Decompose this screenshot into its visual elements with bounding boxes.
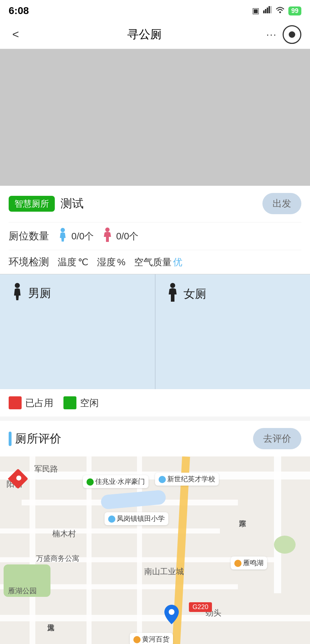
current-location-pin bbox=[11, 472, 25, 486]
temp-item: 温度 ℃ bbox=[58, 256, 88, 269]
poi-yellow-river: 黄河百货 bbox=[130, 633, 173, 644]
message-icon: ▣ bbox=[252, 6, 260, 15]
male-stall-count: 0/0个 bbox=[71, 230, 94, 243]
male-stall-group: 0/0个 bbox=[58, 228, 94, 244]
female-stall-count: 0/0个 bbox=[116, 230, 138, 243]
svg-rect-0 bbox=[263, 10, 265, 13]
free-label: 空闲 bbox=[80, 397, 99, 409]
bottom-map[interactable]: 阳槽 军民路 楠木村 万盛商务公寓 雁湖公园 凤深大道 翠湖豪苑 南山工业城 劲… bbox=[0, 456, 310, 644]
legend-row: 已占用 空闲 bbox=[0, 389, 310, 416]
stall-row: 厕位数量 0/0个 0/0个 bbox=[9, 222, 301, 250]
svg-point-8 bbox=[15, 283, 20, 288]
female-toilet-icon bbox=[167, 283, 178, 305]
female-toilet-half: 女厕 bbox=[155, 274, 310, 389]
toilet-location-pin bbox=[164, 604, 180, 626]
female-stall-group: 0/0个 bbox=[102, 228, 138, 245]
temp-label: 温度 bbox=[58, 256, 76, 269]
go-review-button[interactable]: 去评价 bbox=[253, 428, 301, 449]
svg-point-10 bbox=[169, 609, 174, 615]
svg-point-7 bbox=[105, 228, 110, 232]
road-east bbox=[274, 456, 281, 593]
map-label-yanhu: 雁湖公园 bbox=[8, 586, 37, 596]
male-person-icon bbox=[58, 228, 68, 244]
free-color-box bbox=[63, 396, 76, 409]
top-map-area bbox=[0, 49, 310, 186]
humid-label: 湿度 bbox=[97, 256, 116, 269]
top-nav: < 寻公厕 ··· bbox=[0, 20, 310, 49]
river-area bbox=[101, 490, 167, 510]
toilet-section: 男厕 女厕 bbox=[0, 274, 310, 389]
poi-school: 新世纪英才学校 bbox=[155, 473, 219, 486]
humid-item: 湿度 % bbox=[97, 256, 125, 269]
svg-rect-1 bbox=[265, 9, 266, 13]
occupied-legend: 已占用 bbox=[9, 396, 53, 409]
svg-point-5 bbox=[279, 12, 281, 13]
more-options-button[interactable]: ··· bbox=[266, 29, 277, 40]
road-h6 bbox=[0, 615, 310, 621]
battery-level: 99 bbox=[288, 6, 301, 15]
nav-actions: ··· bbox=[266, 25, 301, 44]
male-toilet-half: 男厕 bbox=[0, 274, 155, 389]
svg-rect-2 bbox=[267, 8, 268, 13]
air-value: 优 bbox=[173, 256, 182, 269]
signal-icon bbox=[263, 6, 272, 15]
title-row: 智慧厕所 测试 出发 bbox=[9, 193, 301, 216]
male-toilet-icon bbox=[12, 283, 23, 303]
svg-point-9 bbox=[170, 283, 175, 288]
review-title-wrap: 厕所评价 bbox=[9, 431, 61, 447]
occupied-color-box bbox=[9, 396, 22, 409]
status-icons: ▣ 99 bbox=[252, 6, 301, 15]
road-g220-badge: G220 bbox=[189, 602, 212, 612]
smart-toilet-badge: 智慧厕所 bbox=[9, 196, 55, 212]
poi-yanming: 雁鸣湖 bbox=[231, 557, 267, 569]
road-v1 bbox=[30, 456, 35, 644]
svg-point-6 bbox=[61, 228, 65, 232]
temp-unit: ℃ bbox=[78, 257, 88, 268]
page-title: 寻公厕 bbox=[127, 27, 162, 42]
female-toilet-header: 女厕 bbox=[167, 283, 207, 305]
poi-jiazhaove: 佳兆业·水岸豪门 bbox=[83, 475, 149, 488]
review-title: 厕所评价 bbox=[15, 431, 61, 447]
review-accent-bar bbox=[9, 432, 12, 446]
occupied-label: 已占用 bbox=[25, 397, 53, 409]
depart-button[interactable]: 出发 bbox=[262, 193, 301, 214]
status-bar: 6:08 ▣ 99 bbox=[0, 0, 310, 20]
humid-unit: % bbox=[117, 257, 125, 268]
map-label-nanshan: 南山工业城 bbox=[144, 566, 184, 577]
free-legend: 空闲 bbox=[63, 396, 99, 409]
back-button[interactable]: < bbox=[9, 24, 23, 45]
env-label: 环境检测 bbox=[9, 255, 49, 269]
air-label: 空气质量 bbox=[134, 256, 172, 269]
female-person-icon bbox=[102, 228, 112, 245]
map-background: 阳槽 军民路 楠木村 万盛商务公寓 雁湖公园 凤深大道 翠湖豪苑 南山工业城 劲… bbox=[0, 456, 310, 644]
female-toilet-label: 女厕 bbox=[183, 286, 207, 302]
male-toilet-label: 男厕 bbox=[28, 285, 51, 301]
toilet-name: 测试 bbox=[61, 196, 84, 212]
wifi-icon bbox=[275, 6, 285, 15]
svg-rect-3 bbox=[269, 6, 270, 13]
svg-rect-4 bbox=[270, 6, 272, 13]
scan-icon bbox=[289, 31, 295, 38]
stall-label: 厕位数量 bbox=[9, 229, 49, 243]
scan-button[interactable] bbox=[283, 25, 301, 44]
air-item: 空气质量 优 bbox=[134, 256, 182, 269]
poi-primary-school: 凤岗镇镇田小学 bbox=[105, 512, 168, 525]
map-label-wansheng: 万盛商务公寓 bbox=[36, 554, 79, 563]
status-time: 6:08 bbox=[9, 5, 29, 17]
male-toilet-header: 男厕 bbox=[12, 283, 51, 303]
map-label-nanmu: 楠木村 bbox=[52, 528, 76, 539]
green-area-2 bbox=[274, 536, 296, 554]
map-label-junmin: 军民路 bbox=[34, 464, 58, 474]
env-row: 环境检测 温度 ℃ 湿度 % 空气质量 优 bbox=[9, 250, 301, 274]
review-section: 厕所评价 去评价 bbox=[0, 421, 310, 456]
info-card: 智慧厕所 测试 出发 厕位数量 0/0个 0/0个 bbox=[0, 186, 310, 274]
title-left: 智慧厕所 测试 bbox=[9, 196, 84, 212]
